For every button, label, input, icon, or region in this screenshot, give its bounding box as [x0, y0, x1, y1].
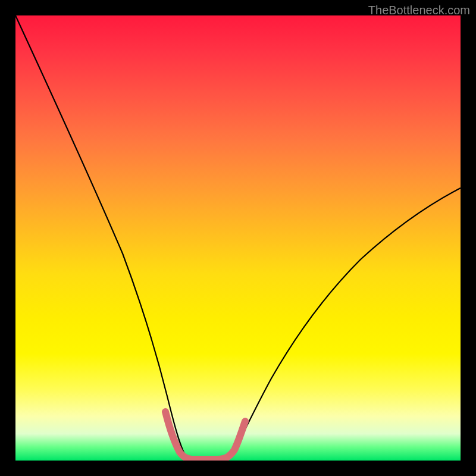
watermark: TheBottleneck.com — [368, 4, 470, 17]
main-curve — [15, 15, 461, 459]
plot-area — [15, 15, 461, 461]
curve-svg — [15, 15, 461, 461]
